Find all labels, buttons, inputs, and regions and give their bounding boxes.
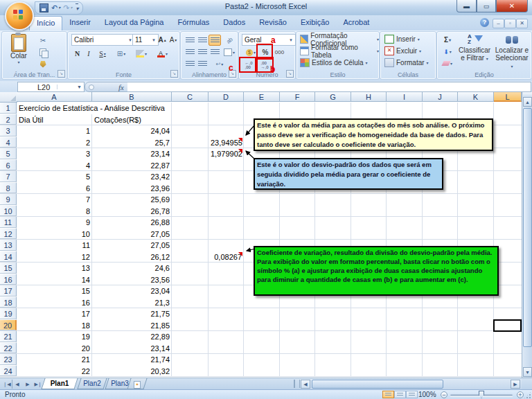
cell-A12[interactable]: 10 xyxy=(17,229,92,240)
paste-button[interactable]: Colar ▾ xyxy=(6,34,31,64)
row-header-2[interactable]: 2 xyxy=(0,114,17,125)
row-header-11[interactable]: 11 xyxy=(0,217,17,228)
formula-input[interactable] xyxy=(127,82,531,92)
align-middle-button[interactable] xyxy=(196,35,209,46)
cell-B3[interactable]: 24,04 xyxy=(92,125,172,137)
format-cells-button[interactable]: Formatar▾ xyxy=(384,57,429,68)
scroll-right-button[interactable]: ▶ xyxy=(511,380,520,389)
font-size-combo[interactable]: 11▼ xyxy=(132,34,159,46)
cell-A14[interactable]: 12 xyxy=(17,251,92,263)
row-header-12[interactable]: 12 xyxy=(0,229,17,240)
wrap-text-button[interactable]: ↩▾ xyxy=(211,58,228,69)
col-header-B[interactable]: B xyxy=(92,92,172,102)
bold-button[interactable]: N xyxy=(71,47,83,60)
copy-button[interactable] xyxy=(35,46,51,58)
col-header-A[interactable]: A xyxy=(17,92,92,102)
zoom-out-button[interactable]: − xyxy=(441,391,447,398)
cell-B20[interactable]: 21,85 xyxy=(92,320,172,332)
format-painter-button[interactable] xyxy=(35,58,51,70)
tab-layout-da-p-gina[interactable]: Layout da Página xyxy=(98,16,171,30)
page-layout-view-button[interactable] xyxy=(394,391,406,398)
cell-B4[interactable]: 25,7 xyxy=(92,137,172,149)
col-header-G[interactable]: G xyxy=(315,92,351,102)
tab-revis-o[interactable]: Revisão xyxy=(252,16,294,30)
grow-font-button[interactable]: A▲ xyxy=(157,34,168,46)
cell-A3[interactable]: 1 xyxy=(17,125,92,137)
row-header-24[interactable]: 24 xyxy=(0,366,17,377)
row-header-7[interactable]: 7 xyxy=(0,171,17,182)
align-top-button[interactable] xyxy=(184,35,196,46)
name-box[interactable]: L20▼ xyxy=(17,82,85,92)
delete-cells-button[interactable]: ✕ Excluir▾ xyxy=(384,46,421,56)
col-header-J[interactable]: J xyxy=(423,92,458,102)
scroll-down-button[interactable]: ▼ xyxy=(523,367,532,377)
horizontal-scrollbar[interactable]: ◀ ▶ xyxy=(300,379,522,389)
minimize-button[interactable]: ▬ xyxy=(456,0,477,12)
workbook-minimize-button[interactable]: ‒ xyxy=(493,19,504,28)
next-sheet-button[interactable]: ▶ xyxy=(23,380,33,389)
cell-A24[interactable]: 22 xyxy=(17,366,92,378)
cell-B13[interactable]: 27,05 xyxy=(92,240,172,251)
sheet-tab-plan1[interactable]: Plan1 xyxy=(41,378,78,389)
tab-dados[interactable]: Dados xyxy=(216,16,252,30)
cell-B2[interactable]: Cotações(R$) xyxy=(92,114,172,126)
cell-A11[interactable]: 9 xyxy=(17,217,92,229)
row-header-17[interactable]: 17 xyxy=(0,285,17,296)
callout-media-note[interactable]: Este é o valor da média para as cotações… xyxy=(254,118,493,151)
cell-A19[interactable]: 17 xyxy=(17,308,92,320)
callout-desvio-padrao-note[interactable]: Este é o valor do desvio-padrão dos dado… xyxy=(254,158,443,190)
fill-button[interactable]: ⬇▾ xyxy=(438,46,456,57)
cell-A8[interactable]: 6 xyxy=(17,183,92,195)
row-header-21[interactable]: 21 xyxy=(0,331,17,342)
cell-A22[interactable]: 20 xyxy=(17,343,92,355)
sheet-tab-plan2[interactable]: Plan2 xyxy=(77,378,107,389)
select-all-button[interactable] xyxy=(0,92,17,103)
cell-B18[interactable]: 21,3 xyxy=(92,297,172,309)
cell-B12[interactable]: 27,05 xyxy=(92,229,172,240)
cell-B15[interactable]: 24,6 xyxy=(92,263,172,274)
cell-A16[interactable]: 14 xyxy=(17,274,92,286)
row-header-18[interactable]: 18 xyxy=(0,297,17,308)
cell-B8[interactable]: 23,96 xyxy=(92,183,172,195)
cell-styles-button[interactable]: Estilos de Célula▾ xyxy=(300,57,368,68)
cell-B10[interactable]: 26,78 xyxy=(92,206,172,218)
cell-A5[interactable]: 3 xyxy=(17,148,92,160)
cell-B11[interactable]: 26,88 xyxy=(92,217,172,229)
tab-exibi-o[interactable]: Exibição xyxy=(294,16,337,30)
office-button[interactable] xyxy=(5,1,34,30)
orientation-button[interactable]: ab xyxy=(222,35,236,46)
tab-in-cio[interactable]: Início xyxy=(29,16,62,31)
cell-A15[interactable]: 13 xyxy=(17,263,92,274)
tab-f-rmulas[interactable]: Fórmulas xyxy=(171,16,217,30)
zoom-in-button[interactable]: + xyxy=(517,391,524,398)
cell-A7[interactable]: 5 xyxy=(17,171,92,183)
row-header-4[interactable]: 4 xyxy=(0,137,17,148)
cell-B6[interactable]: 22,87 xyxy=(92,160,172,172)
font-dialog-launcher[interactable]: ↘ xyxy=(170,70,178,78)
align-bottom-button[interactable] xyxy=(209,35,221,46)
borders-button[interactable]: ⊞▾ xyxy=(112,47,130,60)
cell-B14[interactable]: 26,12 xyxy=(92,251,172,263)
cell-A18[interactable]: 16 xyxy=(17,297,92,309)
row-header-1[interactable]: 1 xyxy=(0,103,17,114)
row-header-15[interactable]: 15 xyxy=(0,263,17,274)
increase-indent-button[interactable] xyxy=(196,58,209,69)
col-header-C[interactable]: C xyxy=(172,92,209,102)
fill-color-button[interactable]: ▾ xyxy=(132,47,151,60)
cell-B5[interactable]: 23,14 xyxy=(92,148,172,160)
callout-coeficiente-variacao-note[interactable]: Coeficiente de variação, resultado da di… xyxy=(254,246,499,296)
merge-center-button[interactable]: ▾ xyxy=(221,46,238,57)
row-header-23[interactable]: 23 xyxy=(0,354,17,365)
col-header-E[interactable]: E xyxy=(244,92,280,102)
prev-sheet-button[interactable]: ◀ xyxy=(12,380,22,389)
col-header-D[interactable]: D xyxy=(209,92,244,102)
cell-A23[interactable]: 21 xyxy=(17,354,92,366)
shrink-font-button[interactable]: A▼ xyxy=(168,34,179,46)
tab-inserir[interactable]: Inserir xyxy=(62,16,98,30)
cell-B21[interactable]: 22,89 xyxy=(92,331,172,343)
insert-function-button[interactable]: fx xyxy=(118,83,124,91)
format-as-table-button[interactable]: Formatar como Tabela▾ xyxy=(300,46,379,56)
cell-A1[interactable]: Exercício de Estatística - Análise Descr… xyxy=(17,103,167,114)
row-header-3[interactable]: 3 xyxy=(0,125,17,136)
maximize-button[interactable]: ▭ xyxy=(477,0,496,12)
